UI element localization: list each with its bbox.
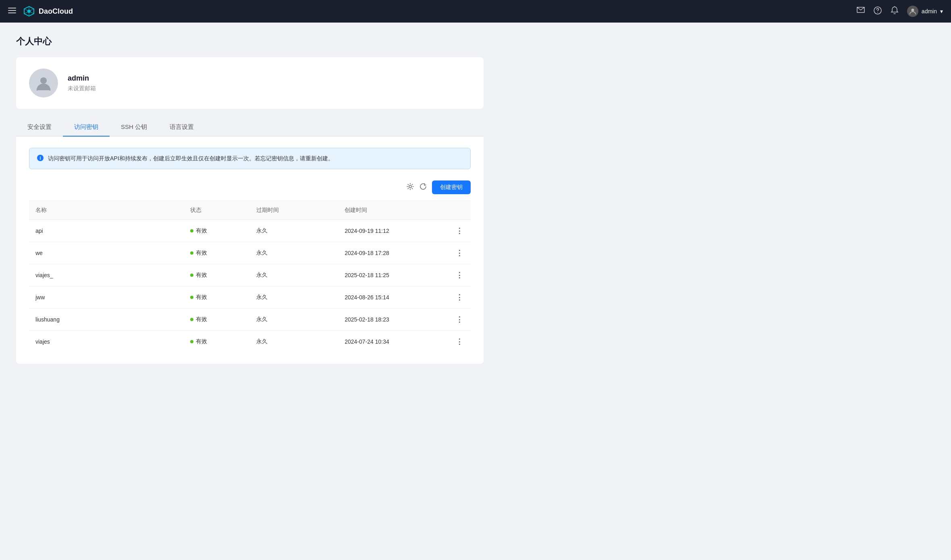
nav-left: DaoCloud: [8, 5, 73, 18]
row-action-menu-4[interactable]: ⋮: [456, 315, 463, 324]
tab-security[interactable]: 安全设置: [16, 118, 63, 137]
bell-icon[interactable]: [890, 6, 899, 17]
tab-language[interactable]: 语言设置: [158, 118, 205, 137]
refresh-icon[interactable]: [419, 183, 427, 193]
cell-status-3: 有效: [184, 286, 250, 309]
row-action-menu-1[interactable]: ⋮: [456, 249, 463, 257]
col-header-name: 名称: [29, 201, 184, 220]
hamburger-menu-icon[interactable]: [8, 6, 16, 17]
status-dot-3: [190, 296, 193, 299]
cell-expire-5: 永久: [250, 331, 338, 353]
cell-expire-2: 永久: [250, 264, 338, 286]
table-row: we 有效 永久 2024-09-18 17:28 ⋮: [29, 242, 471, 264]
table-row: liushuang 有效 永久 2025-02-18 18:23 ⋮: [29, 309, 471, 331]
cell-expire-3: 永久: [250, 286, 338, 309]
logo[interactable]: DaoCloud: [23, 5, 73, 18]
row-action-menu-3[interactable]: ⋮: [456, 293, 463, 301]
row-action-menu-5[interactable]: ⋮: [456, 338, 463, 346]
svg-rect-0: [8, 8, 16, 8]
table-row: api 有效 永久 2024-09-19 11:12 ⋮: [29, 220, 471, 242]
table-row: viajes 有效 永久 2024-07-24 10:34 ⋮: [29, 331, 471, 353]
svg-rect-2: [8, 12, 16, 13]
user-menu[interactable]: admin ▾: [907, 6, 943, 17]
help-icon[interactable]: [873, 6, 882, 17]
cell-created-0: 2024-09-19 11:12: [338, 220, 449, 242]
cell-actions-5: ⋮: [449, 331, 471, 353]
tabs-header: 安全设置 访问密钥 SSH 公钥 语言设置: [16, 118, 484, 137]
access-keys-table: 名称 状态 过期时间 创建时间 api 有效 永久 2024-09-19 11:…: [29, 201, 471, 353]
row-action-menu-2[interactable]: ⋮: [456, 271, 463, 279]
cell-expire-0: 永久: [250, 220, 338, 242]
status-dot-4: [190, 318, 193, 321]
top-navigation: DaoCloud admin ▾: [0, 0, 951, 23]
status-text-0: 有效: [196, 227, 207, 234]
toolbar: 创建密钥: [29, 180, 471, 194]
cell-expire-4: 永久: [250, 309, 338, 331]
profile-email: 未设置邮箱: [68, 85, 96, 92]
user-name-label: admin: [922, 8, 937, 15]
cell-created-3: 2024-08-26 15:14: [338, 286, 449, 309]
table-row: viajes_ 有效 永久 2025-02-18 11:25 ⋮: [29, 264, 471, 286]
status-text-4: 有效: [196, 316, 207, 323]
main-content: 个人中心 admin 未设置邮箱 安全设置 访问密钥 SSH 公钥 语言设置: [0, 23, 951, 377]
cell-created-4: 2025-02-18 18:23: [338, 309, 449, 331]
cell-actions-4: ⋮: [449, 309, 471, 331]
profile-avatar: [29, 68, 58, 97]
svg-point-4: [27, 10, 31, 13]
settings-icon[interactable]: [406, 183, 414, 193]
cell-status-2: 有效: [184, 264, 250, 286]
tabs-section: 安全设置 访问密钥 SSH 公钥 语言设置 访问密钥可用于访问开放API和持续发…: [16, 118, 484, 364]
status-dot-5: [190, 340, 193, 343]
status-dot-0: [190, 229, 193, 232]
table-header: 名称 状态 过期时间 创建时间: [29, 201, 471, 220]
cell-actions-2: ⋮: [449, 264, 471, 286]
status-text-3: 有效: [196, 294, 207, 301]
cell-actions-3: ⋮: [449, 286, 471, 309]
col-header-created: 创建时间: [338, 201, 449, 220]
cell-status-0: 有效: [184, 220, 250, 242]
status-dot-2: [190, 274, 193, 277]
cell-status-4: 有效: [184, 309, 250, 331]
cell-name-0: api: [29, 220, 184, 242]
page-title: 个人中心: [16, 35, 935, 48]
cell-name-5: viajes: [29, 331, 184, 353]
svg-point-8: [40, 77, 47, 84]
tab-access-key[interactable]: 访问密钥: [63, 118, 110, 137]
avatar-icon: [35, 74, 52, 92]
cell-name-1: we: [29, 242, 184, 264]
cell-created-1: 2024-09-18 17:28: [338, 242, 449, 264]
status-text-5: 有效: [196, 338, 207, 345]
cell-actions-1: ⋮: [449, 242, 471, 264]
cell-created-5: 2024-07-24 10:34: [338, 331, 449, 353]
cell-name-3: jww: [29, 286, 184, 309]
cell-name-4: liushuang: [29, 309, 184, 331]
svg-rect-1: [8, 10, 16, 11]
logo-icon: [23, 5, 35, 18]
col-header-expire: 过期时间: [250, 201, 338, 220]
info-banner: 访问密钥可用于访问开放API和持续发布，创建后立即生效且仅在创建时显示一次。若忘…: [29, 148, 471, 169]
cell-expire-1: 永久: [250, 242, 338, 264]
col-header-status: 状态: [184, 201, 250, 220]
user-avatar: [907, 6, 918, 17]
info-text: 访问密钥可用于访问开放API和持续发布，创建后立即生效且仅在创建时显示一次。若忘…: [48, 154, 334, 163]
svg-point-10: [409, 185, 411, 188]
create-key-button[interactable]: 创建密钥: [432, 180, 471, 194]
info-icon: [37, 154, 44, 163]
row-action-menu-0[interactable]: ⋮: [456, 227, 463, 235]
tab-ssh-key[interactable]: SSH 公钥: [110, 118, 158, 137]
cell-actions-0: ⋮: [449, 220, 471, 242]
profile-username: admin: [68, 74, 96, 83]
status-dot-1: [190, 251, 193, 255]
logo-text: DaoCloud: [39, 7, 73, 16]
tab-content-access-key: 访问密钥可用于访问开放API和持续发布，创建后立即生效且仅在创建时显示一次。若忘…: [16, 137, 484, 364]
svg-point-6: [877, 12, 878, 13]
message-icon[interactable]: [856, 6, 865, 17]
profile-info: admin 未设置邮箱: [68, 74, 96, 92]
cell-status-5: 有效: [184, 331, 250, 353]
col-header-actions: [449, 201, 471, 220]
profile-card: admin 未设置邮箱: [16, 57, 484, 109]
status-text-1: 有效: [196, 249, 207, 257]
user-dropdown-icon: ▾: [940, 8, 943, 15]
nav-right: admin ▾: [856, 6, 943, 17]
cell-name-2: viajes_: [29, 264, 184, 286]
